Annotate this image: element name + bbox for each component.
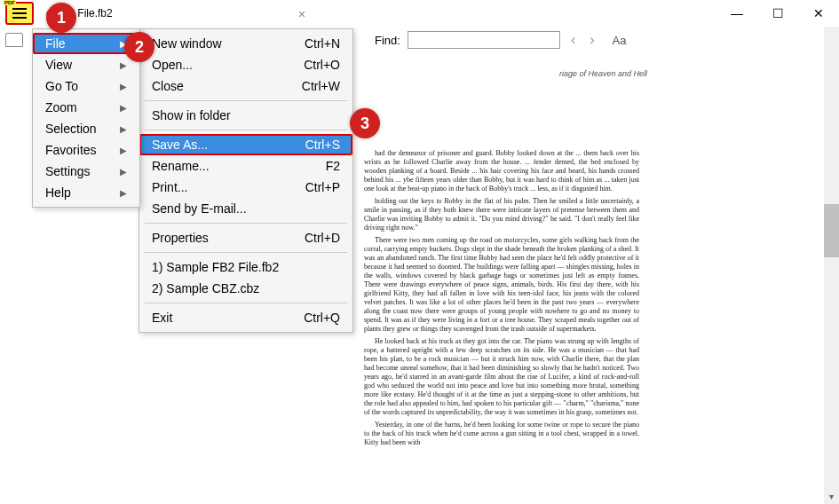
submenu-item-open[interactable]: Open...Ctrl+O — [139, 54, 352, 75]
submenu-item-properties[interactable]: PropertiesCtrl+D — [139, 227, 352, 248]
scroll-down-arrow-icon[interactable]: ▾ — [824, 489, 839, 504]
menu-item-zoom[interactable]: Zoom▶ — [33, 97, 139, 118]
chevron-right-icon: ▶ — [120, 103, 127, 113]
main-menu: File▶View▶Go To▶Zoom▶Selection▶Favorites… — [32, 28, 140, 208]
menu-separator — [145, 252, 347, 253]
minimize-button[interactable]: — — [716, 0, 757, 27]
submenu-item-label: Open... — [152, 58, 193, 72]
paragraph: had the demeanor of prisoner and guard. … — [364, 149, 639, 193]
open-folder-icon[interactable] — [5, 33, 23, 47]
submenu-item-1-sample-fb2-file-fb2[interactable]: 1) Sample FB2 File.fb2 — [139, 256, 352, 278]
menu-item-label: View — [45, 58, 72, 72]
submenu-item-show-in-folder[interactable]: Show in folder — [139, 105, 352, 126]
font-size-button[interactable]: Aa — [613, 34, 627, 47]
find-next-button[interactable]: › — [586, 32, 598, 48]
menu-item-label: Settings — [45, 164, 91, 178]
submenu-item-save-as[interactable]: Save As...Ctrl+S — [139, 134, 352, 155]
submenu-item-close[interactable]: CloseCtrl+W — [139, 75, 352, 97]
menu-item-file[interactable]: File▶ — [33, 33, 139, 54]
submenu-item-shortcut: Ctrl+W — [302, 79, 340, 93]
tab-close-button[interactable]: × — [298, 7, 305, 21]
submenu-item-shortcut: Ctrl+D — [305, 231, 340, 245]
menu-item-help[interactable]: Help▶ — [33, 182, 139, 203]
menu-separator — [145, 100, 347, 101]
submenu-item-shortcut: Ctrl+P — [305, 180, 340, 194]
submenu-item-label: New window — [152, 36, 222, 51]
document-body-text: had the demeanor of prisoner and guard. … — [364, 149, 639, 447]
menu-item-label: Help — [45, 185, 71, 200]
paragraph: Yesterday, in one of the barns, he'd bee… — [364, 421, 639, 447]
hamburger-menu-button[interactable]: PDF — [5, 2, 34, 25]
menu-item-settings[interactable]: Settings▶ — [33, 161, 139, 182]
maximize-button[interactable]: ☐ — [757, 0, 798, 27]
chevron-right-icon: ▶ — [120, 188, 127, 198]
submenu-item-label: Save As... — [152, 138, 208, 152]
annotation-callout-1: 1 — [46, 3, 76, 33]
menu-item-label: Go To — [45, 79, 78, 93]
chevron-right-icon: ▶ — [120, 124, 127, 134]
submenu-item-label: Properties — [152, 231, 209, 245]
submenu-item-send-by-e-mail[interactable]: Send by E-mail... — [139, 198, 352, 219]
submenu-item-shortcut: Ctrl+S — [305, 138, 340, 152]
submenu-item-label: 1) Sample FB2 File.fb2 — [152, 260, 279, 274]
window-controls: — ☐ ✕ — [716, 0, 839, 27]
chevron-right-icon: ▶ — [120, 82, 127, 91]
menu-item-view[interactable]: View▶ — [33, 54, 139, 75]
annotation-callout-3: 3 — [350, 108, 380, 138]
title-bar: PDF e FB2 File.fb2 — ☐ ✕ — [0, 0, 839, 27]
find-prev-button[interactable]: ‹ — [567, 32, 579, 48]
find-label: Find: — [375, 34, 400, 47]
submenu-item-label: Send by E-mail... — [152, 201, 247, 216]
submenu-item-2-sample-cbz-cbz[interactable]: 2) Sample CBZ.cbz — [139, 278, 352, 299]
submenu-item-label: Exit — [152, 311, 172, 325]
submenu-item-label: Show in folder — [152, 108, 231, 122]
menu-item-label: Zoom — [45, 100, 77, 114]
menu-item-go-to[interactable]: Go To▶ — [33, 75, 139, 97]
submenu-item-shortcut: Ctrl+N — [305, 36, 340, 51]
paragraph: There were two men coming up the road on… — [364, 236, 639, 334]
submenu-item-label: Rename... — [152, 159, 210, 173]
submenu-item-print[interactable]: Print...Ctrl+P — [139, 177, 352, 198]
menu-separator — [145, 130, 347, 130]
chevron-right-icon: ▶ — [120, 60, 127, 70]
find-input[interactable] — [408, 31, 560, 49]
paragraph: holding out the keys to Bobby in the fla… — [364, 197, 639, 232]
submenu-item-shortcut: Ctrl+Q — [304, 311, 340, 325]
file-submenu: New windowCtrl+NOpen...Ctrl+OCloseCtrl+W… — [139, 28, 353, 333]
page-running-header: riage of Heaven and Hell — [417, 69, 789, 78]
vertical-scrollbar[interactable]: ▾ — [824, 27, 839, 504]
menu-item-label: File — [45, 36, 66, 51]
menu-separator — [145, 223, 347, 224]
chevron-right-icon: ▶ — [120, 167, 127, 177]
close-button[interactable]: ✕ — [798, 0, 839, 27]
paragraph: He looked back at his truck as they got … — [364, 337, 639, 417]
pdf-badge-icon: PDF — [4, 0, 16, 5]
submenu-item-exit[interactable]: ExitCtrl+Q — [139, 307, 352, 328]
menu-item-selection[interactable]: Selection▶ — [33, 118, 139, 139]
submenu-item-new-window[interactable]: New windowCtrl+N — [139, 33, 352, 54]
menu-separator — [145, 303, 347, 303]
chevron-right-icon: ▶ — [120, 146, 127, 155]
submenu-item-shortcut: Ctrl+O — [304, 58, 340, 72]
menu-item-favorites[interactable]: Favorites▶ — [33, 139, 139, 161]
menu-item-label: Selection — [45, 122, 97, 136]
submenu-item-label: Print... — [152, 180, 187, 194]
submenu-item-label: Close — [152, 79, 184, 93]
submenu-item-rename[interactable]: Rename...F2 — [139, 155, 352, 177]
submenu-item-shortcut: F2 — [326, 159, 340, 173]
annotation-callout-2: 2 — [124, 32, 154, 62]
submenu-item-label: 2) Sample CBZ.cbz — [152, 281, 259, 295]
menu-item-label: Favorites — [45, 143, 97, 157]
scrollbar-thumb[interactable] — [824, 204, 839, 257]
